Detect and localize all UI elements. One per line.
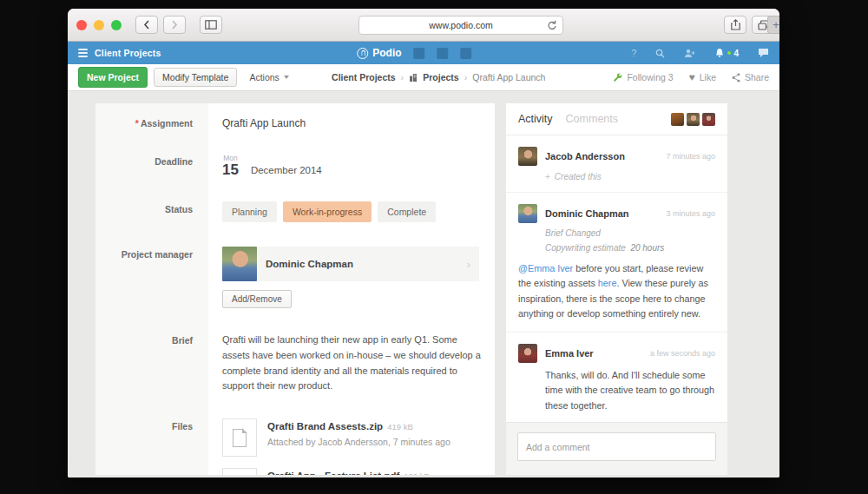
avatar[interactable] xyxy=(671,113,684,126)
desktop-background: www.podio.com + Client Projects xyxy=(0,0,868,494)
like-label: Like xyxy=(700,72,716,82)
comment-text: @Emma Iver before you start, please revi… xyxy=(518,261,715,321)
add-remove-button[interactable]: Add/Remove xyxy=(222,290,292,308)
activity-header: Activity Comments xyxy=(506,103,727,135)
chat-icon xyxy=(758,48,769,58)
new-tab-button[interactable]: + xyxy=(767,16,779,34)
manager-name: Dominic Chapman xyxy=(266,259,353,269)
timestamp: 3 minutes ago xyxy=(666,209,715,218)
share-page-icon xyxy=(731,19,740,30)
pdf-file-icon: A xyxy=(222,468,257,475)
mention-link[interactable]: @Emma Iver xyxy=(518,263,573,273)
avatar[interactable] xyxy=(687,113,700,126)
manager-contact-row[interactable]: Dominic Chapman › xyxy=(222,247,479,281)
actions-label: Actions xyxy=(249,72,279,82)
url-text: www.podio.com xyxy=(429,20,493,30)
modify-template-button[interactable]: Modify Template xyxy=(154,68,237,87)
menu-icon[interactable] xyxy=(78,49,88,57)
assignment-value[interactable]: Qrafti App Launch xyxy=(222,115,481,129)
avatar[interactable] xyxy=(518,204,537,223)
avatar xyxy=(222,247,257,281)
following-label: Following 3 xyxy=(627,72,673,82)
add-comment-input[interactable] xyxy=(517,432,716,461)
author-name[interactable]: Emma Iver xyxy=(545,348,594,359)
month-year: December 2014 xyxy=(251,165,322,177)
search-button[interactable] xyxy=(655,49,665,58)
building-icon xyxy=(409,73,418,82)
status-label: Status xyxy=(95,189,208,234)
tab-activity[interactable]: Activity xyxy=(518,113,553,125)
file-name[interactable]: Qrafti App - Feature List.pdf xyxy=(267,471,399,475)
chevron-right-icon: › xyxy=(467,258,470,271)
activity-panel: Activity Comments Jacob Andersson 7 minu… xyxy=(506,103,727,475)
breadcrumb-app-link[interactable]: Projects xyxy=(423,72,458,82)
status-option-planning[interactable]: Planning xyxy=(222,201,277,222)
deadline-value[interactable]: Mon 15 December 2014 xyxy=(222,154,481,177)
timestamp: 7 minutes ago xyxy=(666,152,715,161)
new-project-button[interactable]: New Project xyxy=(78,67,148,88)
avatar[interactable] xyxy=(518,147,537,166)
reload-button[interactable] xyxy=(547,20,557,33)
share-button[interactable]: Share xyxy=(732,72,769,82)
browser-chrome: www.podio.com + xyxy=(68,9,779,42)
address-bar[interactable]: www.podio.com xyxy=(358,16,563,35)
podio-logo[interactable]: Podio xyxy=(357,47,401,59)
author-name[interactable]: Jacob Andersson xyxy=(545,151,625,161)
avatar[interactable] xyxy=(518,344,537,363)
file-name[interactable]: Qrafti Brand Assests.zip xyxy=(267,421,383,431)
change-entry: Copywriting estimate 20 hours xyxy=(545,243,715,253)
tab-comments[interactable]: Comments xyxy=(566,113,618,125)
zoom-window-button[interactable] xyxy=(111,20,122,30)
sidebar-toggle-button[interactable] xyxy=(200,16,222,34)
comment-text: Thanks, will do. And I'll schedule some … xyxy=(545,368,715,413)
chat-button[interactable] xyxy=(758,48,769,58)
brief-label: Brief xyxy=(95,320,208,406)
podio-brand-text: Podio xyxy=(372,47,401,59)
like-button[interactable]: ♥ Like xyxy=(689,72,716,82)
podio-logo-icon xyxy=(357,48,368,59)
page-body: *Assignment Qrafti App Launch Deadline M… xyxy=(68,91,779,478)
forward-button[interactable] xyxy=(163,16,186,34)
item-detail-card: *Assignment Qrafti App Launch Deadline M… xyxy=(95,103,495,475)
share-icon xyxy=(732,73,740,82)
minimize-window-button[interactable] xyxy=(94,20,104,30)
status-option-complete[interactable]: Complete xyxy=(378,201,436,222)
file-item[interactable]: A Qrafti App - Feature List.pdf129 kB At… xyxy=(222,468,481,475)
notifications-button[interactable]: 4 xyxy=(714,48,739,58)
avatar[interactable] xyxy=(702,113,715,126)
notification-count: 4 xyxy=(733,49,739,58)
tasks-app-icon[interactable] xyxy=(414,48,425,59)
window-controls xyxy=(76,20,122,30)
actions-menu-button[interactable]: Actions xyxy=(249,72,288,82)
close-window-button[interactable] xyxy=(76,20,87,30)
wrench-icon xyxy=(613,73,622,82)
plus-icon: + xyxy=(545,172,550,181)
required-mark: * xyxy=(135,118,139,128)
breadcrumb-separator: › xyxy=(464,72,468,82)
inline-link[interactable]: here xyxy=(598,278,617,288)
status-option-work-in-progress[interactable]: Work-in-progress xyxy=(283,201,372,222)
item-toolbar: New Project Modify Template Actions Clie… xyxy=(68,64,779,91)
participant-avatars xyxy=(668,113,715,126)
heart-icon: ♥ xyxy=(689,72,695,82)
file-item[interactable]: Qrafti Brand Assests.zip419 kB Attached … xyxy=(222,418,481,457)
browser-window: www.podio.com + Client Projects xyxy=(68,9,779,478)
sidebar-icon xyxy=(205,20,217,30)
activity-item: Emma Iver a few seconds ago Thanks, will… xyxy=(506,333,727,422)
navbar-center: Podio xyxy=(357,47,471,59)
back-button[interactable] xyxy=(135,16,158,34)
reload-icon xyxy=(547,20,557,31)
chevron-down-icon xyxy=(284,76,289,79)
status-options: Planning Work-in-progress Complete xyxy=(222,201,481,222)
breadcrumb-workspace-link[interactable]: Client Projects xyxy=(332,72,396,82)
add-contact-button[interactable] xyxy=(684,49,695,58)
following-button[interactable]: Following 3 xyxy=(613,72,673,82)
author-name[interactable]: Dominic Chapman xyxy=(545,208,629,219)
help-button[interactable]: ? xyxy=(631,48,636,58)
share-label: Share xyxy=(745,72,769,82)
chart-app-icon[interactable] xyxy=(461,48,472,59)
calendar-app-icon[interactable] xyxy=(437,48,449,59)
online-status-dot xyxy=(727,51,731,55)
share-page-button[interactable] xyxy=(724,16,746,34)
workspace-title[interactable]: Client Projects xyxy=(95,48,161,58)
